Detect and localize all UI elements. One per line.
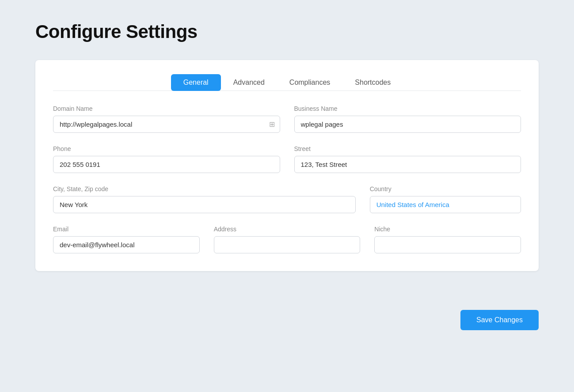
form-row-1: Domain Name ⊞ Business Name	[53, 105, 521, 133]
city-state-zip-input[interactable]	[53, 196, 356, 213]
city-state-zip-group: City, State, Zip code	[53, 185, 356, 213]
niche-group: Niche	[374, 226, 521, 253]
address-label: Address	[214, 226, 361, 233]
email-group: Email	[53, 226, 200, 253]
email-input[interactable]	[53, 236, 200, 253]
form-section: Domain Name ⊞ Business Name Phone	[53, 105, 521, 253]
footer-row: Save Changes	[0, 298, 574, 330]
domain-name-group: Domain Name ⊞	[53, 105, 280, 133]
phone-input[interactable]	[53, 156, 280, 173]
city-state-zip-label: City, State, Zip code	[53, 185, 356, 192]
street-label: Street	[294, 145, 521, 152]
page-title: Configure Settings	[35, 21, 539, 42]
street-input[interactable]	[294, 156, 521, 173]
tab-compliances[interactable]: Compliances	[277, 74, 342, 91]
street-group: Street	[294, 145, 521, 173]
tab-general[interactable]: General	[171, 74, 221, 91]
form-row-4: Email Address Niche	[53, 226, 521, 253]
domain-name-input[interactable]	[53, 116, 280, 133]
phone-group: Phone	[53, 145, 280, 173]
form-row-3: City, State, Zip code Country	[53, 185, 521, 213]
business-name-group: Business Name	[294, 105, 521, 133]
domain-name-label: Domain Name	[53, 105, 280, 112]
address-input[interactable]	[214, 236, 361, 253]
form-row-2: Phone Street	[53, 145, 521, 173]
country-input[interactable]	[370, 196, 521, 213]
tabs-row: General Advanced Compliances Shortcodes	[53, 74, 521, 91]
tab-shortcodes[interactable]: Shortcodes	[342, 74, 403, 91]
tab-advanced[interactable]: Advanced	[221, 74, 277, 91]
email-label: Email	[53, 226, 200, 233]
phone-label: Phone	[53, 145, 280, 152]
niche-label: Niche	[374, 226, 521, 233]
niche-input[interactable]	[374, 236, 521, 253]
address-group: Address	[214, 226, 361, 253]
country-group: Country	[370, 185, 521, 213]
save-changes-button[interactable]: Save Changes	[460, 310, 539, 330]
business-name-input[interactable]	[294, 116, 521, 133]
settings-card: General Advanced Compliances Shortcodes …	[35, 60, 539, 271]
domain-input-wrapper: ⊞	[53, 116, 280, 133]
country-label: Country	[370, 185, 521, 192]
business-name-label: Business Name	[294, 105, 521, 112]
